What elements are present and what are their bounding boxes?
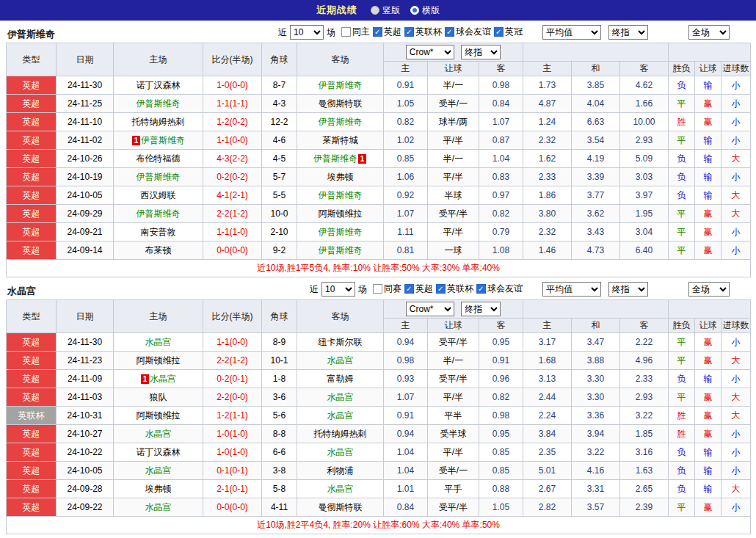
home-team[interactable]: 诺丁汉森林 <box>114 443 203 462</box>
checkbox-checked-icon[interactable] <box>436 284 446 294</box>
score[interactable]: 1-1(1-1) <box>203 95 262 113</box>
average-time-select[interactable]: 终指 <box>608 282 648 297</box>
home-team[interactable]: 伊普斯维奇 <box>114 168 203 186</box>
home-team[interactable]: 水晶宫 <box>114 462 203 480</box>
filter-checkbox-英超[interactable]: 英超 <box>404 283 433 295</box>
home-team[interactable]: 诺丁汉森林 <box>114 76 203 95</box>
away-team[interactable]: 水晶宫 <box>297 352 384 370</box>
checkbox-checked-icon[interactable] <box>404 284 414 294</box>
score[interactable]: 4-1(2-1) <box>203 186 262 205</box>
home-team[interactable]: 南安普敦 <box>114 223 203 241</box>
home-team[interactable]: 阿斯顿维拉 <box>114 352 203 370</box>
home-team[interactable]: 水晶宫 <box>114 498 203 517</box>
score[interactable]: 2-2(1-2) <box>203 205 262 223</box>
home-team[interactable]: 狼队 <box>114 388 203 407</box>
home-team[interactable]: 伊普斯维奇 <box>114 205 203 223</box>
home-team[interactable]: 水晶宫 <box>114 333 203 352</box>
score[interactable]: 1-0(1-0) <box>203 443 262 462</box>
score[interactable]: 2-2(0-0) <box>203 388 262 407</box>
away-team[interactable]: 富勒姆 <box>297 370 384 388</box>
scope-select[interactable]: 全场 <box>688 25 730 40</box>
away-team[interactable]: 埃弗顿 <box>297 168 384 186</box>
score[interactable]: 2-2(1-2) <box>203 352 262 370</box>
filter-checkbox-球会友谊[interactable]: 球会友谊 <box>445 26 491 38</box>
home-team[interactable]: 托特纳姆热刺 <box>114 113 203 131</box>
corners: 5-8 <box>262 480 297 498</box>
radio-unselected-icon[interactable] <box>371 6 379 15</box>
result: 平 <box>669 205 695 223</box>
home-team[interactable]: 埃弗顿 <box>114 480 203 498</box>
league-badge: 英超 <box>7 498 57 517</box>
score[interactable]: 0-2(0-1) <box>203 370 262 388</box>
away-team[interactable]: 利物浦 <box>297 462 384 480</box>
layout-option-vertical[interactable]: 竖版 <box>371 4 400 17</box>
score[interactable]: 1-1(0-0) <box>203 131 262 150</box>
score[interactable]: 4-3(2-2) <box>203 150 262 168</box>
score[interactable]: 1-0(1-0) <box>203 425 262 443</box>
checkbox-unchecked-icon[interactable] <box>373 284 382 294</box>
filter-checkbox-英联杯[interactable]: 英联杯 <box>404 26 442 38</box>
away-team[interactable]: 曼彻斯特联 <box>297 95 384 113</box>
layout-option-horizontal[interactable]: 横版 <box>410 4 440 17</box>
score[interactable]: 0-0(0-0) <box>203 241 262 260</box>
checkbox-unchecked-icon[interactable] <box>341 27 351 37</box>
away-team[interactable]: 托特纳姆热刺 <box>297 425 384 443</box>
home-team[interactable]: 布莱顿 <box>114 241 203 260</box>
handicap-result: 输 <box>695 186 722 205</box>
average-time-select[interactable]: 终指 <box>608 25 648 40</box>
checkbox-checked-icon[interactable] <box>373 27 382 37</box>
away-team[interactable]: 水晶宫 <box>297 388 384 407</box>
home-team[interactable]: 水晶宫 <box>114 425 203 443</box>
away-team[interactable]: 伊普斯维奇 <box>297 186 384 205</box>
checkbox-checked-icon[interactable] <box>494 27 504 37</box>
filter-checkbox-英联杯[interactable]: 英联杯 <box>436 283 473 295</box>
filter-checkbox-英超[interactable]: 英超 <box>373 26 401 38</box>
away-team[interactable]: 伊普斯维奇 <box>297 223 384 241</box>
away-team[interactable]: 水晶宫 <box>297 480 384 498</box>
home-team[interactable]: 1伊普斯维奇 <box>114 131 203 150</box>
away-team[interactable]: 水晶宫 <box>297 407 384 425</box>
away-team[interactable]: 伊普斯维奇 <box>297 113 384 131</box>
home-team[interactable]: 西汉姆联 <box>114 186 203 205</box>
checkbox-checked-icon[interactable] <box>404 27 414 37</box>
away-team[interactable]: 阿斯顿维拉 <box>297 205 384 223</box>
average-select[interactable]: 平均值 <box>542 25 601 40</box>
filter-checkbox-球会友谊[interactable]: 球会友谊 <box>476 283 523 295</box>
odds-time-select[interactable]: 终指 <box>461 302 501 316</box>
match-row: 英超24-10-19伊普斯维奇0-2(0-2)5-7埃弗顿1.06平/半0.83… <box>7 168 751 186</box>
odds-company-select[interactable]: Crow* <box>406 45 454 59</box>
match-count-select[interactable]: 10 <box>321 282 355 297</box>
home-team[interactable]: 阿斯顿维拉 <box>114 407 203 425</box>
radio-selected-icon[interactable] <box>410 6 419 15</box>
checkbox-checked-icon[interactable] <box>476 284 486 294</box>
summary-text: 近10场,胜1平5负4, 胜率:10% 让胜率:50% 大率:30% 单率:40… <box>7 260 751 277</box>
score[interactable]: 0-2(0-2) <box>203 168 262 186</box>
score[interactable]: 0-0(0-0) <box>203 498 262 517</box>
filter-checkbox-英冠[interactable]: 英冠 <box>494 26 523 38</box>
odds-company-select[interactable]: Crow* <box>406 302 454 316</box>
score[interactable]: 1-2(0-2) <box>203 113 262 131</box>
home-team[interactable]: 伊普斯维奇 <box>114 95 203 113</box>
score[interactable]: 1-1(0-0) <box>203 333 262 352</box>
checkbox-checked-icon[interactable] <box>445 27 454 37</box>
score[interactable]: 2-1(0-1) <box>203 480 262 498</box>
away-team[interactable]: 伊普斯维奇 <box>297 76 384 95</box>
score[interactable]: 0-1(0-1) <box>203 462 262 480</box>
match-count-select[interactable]: 10 <box>290 25 324 40</box>
score[interactable]: 1-0(0-0) <box>203 76 262 95</box>
scope-select[interactable]: 全场 <box>688 282 730 297</box>
away-team[interactable]: 伊普斯维奇1 <box>297 150 384 168</box>
away-team[interactable]: 纽卡斯尔联 <box>297 333 384 352</box>
away-team[interactable]: 莱斯特城 <box>297 131 384 150</box>
home-team[interactable]: 布伦特福德 <box>114 150 203 168</box>
home-team[interactable]: 1水晶宫 <box>114 370 203 388</box>
score[interactable]: 1-2(1-1) <box>203 407 262 425</box>
filter-checkbox-同主[interactable]: 同主 <box>341 26 370 38</box>
average-select[interactable]: 平均值 <box>542 282 601 297</box>
score[interactable]: 1-1(1-0) <box>203 223 262 241</box>
away-team[interactable]: 伊普斯维奇 <box>297 241 384 260</box>
filter-checkbox-同赛[interactable]: 同赛 <box>373 283 401 295</box>
away-team[interactable]: 曼彻斯特联 <box>297 498 384 517</box>
away-team[interactable]: 水晶宫 <box>297 443 384 462</box>
odds-time-select[interactable]: 终指 <box>461 45 501 59</box>
